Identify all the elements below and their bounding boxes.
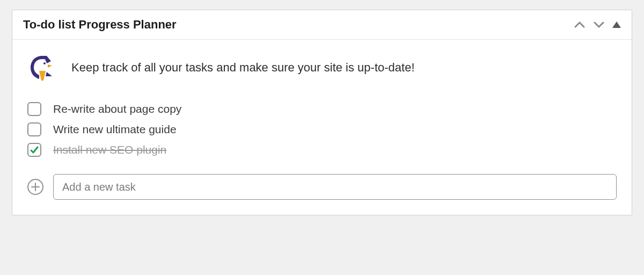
svg-marker-0 [612,21,621,28]
widget-title: To-do list Progress Planner [23,18,177,32]
plus-icon [31,183,40,191]
add-task-button[interactable] [27,179,43,195]
chevron-down-icon[interactable] [593,21,605,28]
svg-marker-4 [46,72,52,76]
task-checkbox[interactable] [27,102,41,116]
intro-text: Keep track of all your tasks and make su… [71,61,415,75]
add-task-row [27,174,617,200]
task-label: Write new ultimate guide [53,123,177,136]
task-checkbox[interactable] [27,143,41,157]
task-checkbox[interactable] [27,122,41,136]
intro-row: Keep track of all your tasks and make su… [27,53,617,83]
widget-controls [574,21,621,28]
task-item: Re-write about page copy [27,99,617,119]
collapse-triangle-icon[interactable] [612,21,621,28]
task-item: Install new SEO plugin [27,140,617,160]
svg-point-2 [43,62,46,64]
checkmark-icon [30,145,39,155]
chevron-up-icon[interactable] [574,21,586,28]
widget-header: To-do list Progress Planner [12,10,632,40]
widget-body: Keep track of all your tasks and make su… [12,40,632,215]
add-task-input[interactable] [53,174,617,200]
svg-marker-3 [48,64,52,68]
todo-widget: To-do list Progress Planner [12,10,632,215]
task-label: Install new SEO plugin [53,143,166,156]
task-item: Write new ultimate guide [27,119,617,140]
task-list: Re-write about page copy Write new ultim… [27,99,617,160]
task-label: Re-write about page copy [53,103,181,115]
progress-planner-logo-icon [27,53,57,83]
